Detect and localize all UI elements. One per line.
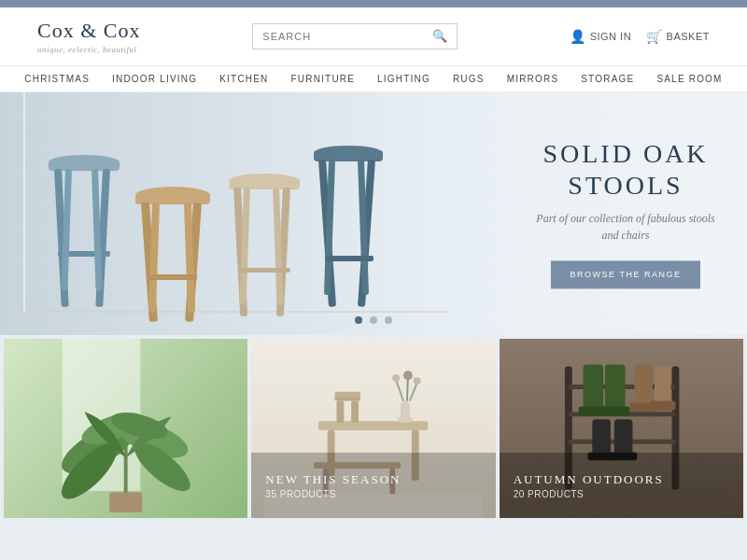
card2-title: NEW THIS SEASON (265, 472, 481, 487)
search-input[interactable] (262, 31, 432, 42)
card3-count: 20 PRODUCTS (514, 489, 729, 499)
svg-line-52 (396, 380, 403, 401)
header-actions: 👤 SIGN IN 🛒 BASKET (570, 29, 710, 44)
product-card-new-season[interactable]: NEW THIS SEASON 35 PRODUCTS (251, 339, 495, 518)
svg-rect-0 (19, 92, 448, 326)
hero-title-text: SOLID OAK STOOLS (543, 139, 708, 200)
svg-rect-17 (229, 178, 300, 189)
nav-item-lighting[interactable]: LIGHTING (377, 74, 430, 84)
svg-rect-40 (318, 421, 429, 430)
svg-rect-67 (600, 406, 629, 415)
basket-label: BASKET (667, 31, 710, 42)
svg-rect-30 (23, 92, 25, 312)
search-icon: 🔍 (432, 29, 447, 44)
hero-banner: SOLID OAK STOOLS Part of our collection … (0, 92, 747, 335)
plant-svg (4, 339, 247, 518)
stools-illustration (19, 92, 467, 335)
svg-rect-68 (634, 364, 653, 408)
hero-title: SOLID OAK STOOLS (532, 138, 719, 201)
carousel-dot-1[interactable] (355, 316, 362, 324)
carousel-dots (355, 316, 392, 324)
svg-rect-51 (401, 401, 410, 422)
nav-item-christmas[interactable]: CHRISTMAS (24, 74, 90, 84)
logo-tagline: unique, eclectic, beautiful (37, 45, 140, 54)
top-bar (0, 0, 747, 7)
sign-in-button[interactable]: 👤 SIGN IN (570, 29, 631, 44)
svg-rect-15 (148, 274, 197, 280)
main-navigation: CHRISTMAS INDOOR LIVING KITCHEN FURNITUR… (0, 66, 747, 92)
svg-line-53 (407, 377, 408, 400)
card3-title: AUTUMN OUTDOORS (514, 472, 729, 487)
header: Cox & Cox unique, eclectic, beautiful 🔍 … (0, 7, 747, 66)
product-grid: NEW THIS SEASON 35 PRODUCTS (0, 335, 747, 522)
svg-point-56 (403, 371, 413, 380)
bottom-preview (0, 522, 747, 540)
card2-overlay: NEW THIS SEASON 35 PRODUCTS (251, 453, 495, 518)
nav-item-furniture[interactable]: FURNITURE (291, 74, 356, 84)
svg-rect-48 (351, 401, 359, 424)
product-card-autumn-outdoors[interactable]: AUTUMN OUTDOORS 20 PRODUCTS (500, 339, 743, 518)
stools-svg (19, 92, 448, 326)
basket-button[interactable]: 🛒 BASKET (646, 29, 710, 44)
card3-overlay: AUTUMN OUTDOORS 20 PRODUCTS (500, 453, 743, 518)
svg-rect-71 (650, 401, 675, 411)
logo-area: Cox & Cox unique, eclectic, beautiful (37, 19, 140, 54)
svg-rect-47 (337, 401, 345, 424)
nav-item-storage[interactable]: STORAGE (581, 74, 634, 84)
svg-point-57 (414, 377, 421, 385)
basket-icon: 🛒 (646, 29, 663, 44)
svg-rect-22 (240, 268, 290, 273)
nav-item-rugs[interactable]: RUGS (453, 74, 485, 84)
svg-rect-66 (605, 364, 626, 412)
browse-range-button[interactable]: BROWSE THE RANGE (551, 261, 700, 289)
svg-rect-32 (109, 493, 142, 513)
nav-item-mirrors[interactable]: MIRRORS (507, 74, 559, 84)
search-area: 🔍 (252, 23, 458, 49)
product-card-plant[interactable] (4, 339, 247, 518)
svg-rect-49 (335, 392, 360, 398)
nav-item-kitchen[interactable]: KITCHEN (219, 74, 268, 84)
carousel-dot-2[interactable] (370, 316, 377, 324)
hero-text-area: SOLID OAK STOOLS Part of our collection … (532, 138, 719, 288)
svg-line-54 (410, 383, 417, 401)
user-icon: 👤 (570, 29, 586, 44)
nav-item-indoor-living[interactable]: INDOOR LIVING (112, 74, 197, 84)
svg-rect-70 (655, 366, 671, 406)
logo[interactable]: Cox & Cox (37, 19, 140, 43)
hero-subtitle: Part of our collection of fabulous stool… (532, 211, 719, 245)
svg-rect-29 (325, 256, 374, 261)
svg-rect-64 (583, 364, 603, 412)
nav-item-sale-room[interactable]: SALE ROOM (656, 74, 722, 84)
svg-point-55 (393, 374, 401, 382)
sign-in-label: SIGN IN (590, 31, 631, 42)
carousel-dot-3[interactable] (385, 316, 392, 324)
card2-count: 35 PRODUCTS (265, 489, 481, 499)
